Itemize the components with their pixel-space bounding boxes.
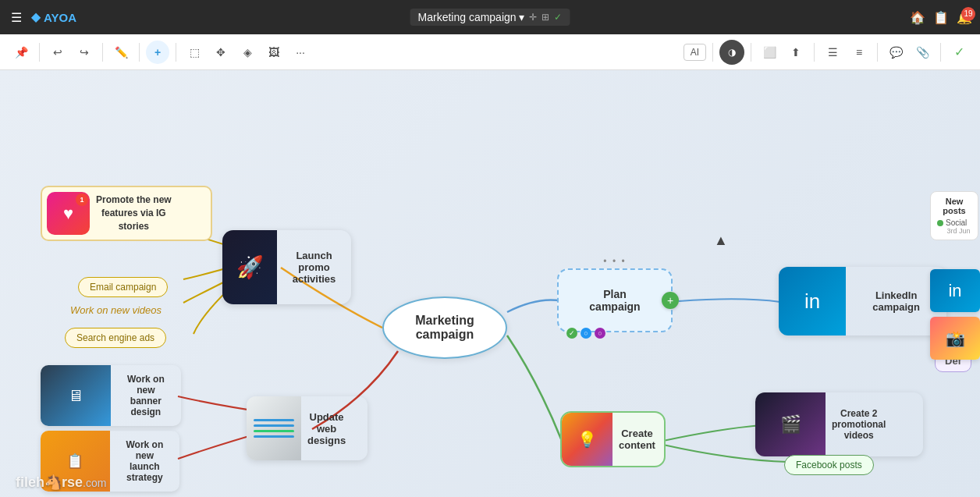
launch-promo-node[interactable]: 🚀 Launch promo activities xyxy=(222,230,351,304)
align-button[interactable]: ≡ xyxy=(847,41,871,64)
frame-button[interactable]: ⬜ xyxy=(758,41,781,64)
comment-button[interactable]: 💬 xyxy=(884,41,907,64)
update-web-node[interactable]: Update web designs xyxy=(247,396,368,460)
search-engine-ads-node[interactable]: Search engine ads xyxy=(65,328,166,348)
ai-button[interactable]: AI xyxy=(684,44,706,61)
nav-right-actions: 🏠 📋 🔔 19 xyxy=(910,10,972,25)
home-icon[interactable]: 🏠 xyxy=(910,10,925,25)
separator-4 xyxy=(176,43,176,62)
plan-campaign-node[interactable]: Plan campaign • • • + ✓ ○ ○ xyxy=(557,268,673,332)
notification-count: 19 xyxy=(961,7,975,21)
ig-badge: 1 xyxy=(76,193,88,206)
mind-map-canvas: Marketing campaign ♥ 1 Promote the new f… xyxy=(0,70,980,497)
separator-5 xyxy=(712,43,713,62)
grid-icon: ⊞ xyxy=(541,12,549,23)
more-button[interactable]: ··· xyxy=(289,41,312,64)
app-logo: ◆ AYOA xyxy=(31,10,76,24)
linkedin-thumb-2: in xyxy=(930,269,980,312)
promo-video-image: 🎬 xyxy=(755,392,826,456)
top-navigation: ☰ ◆ AYOA Marketing campaign ▾ ✛ ⊞ ✓ 🏠 📋 … xyxy=(0,0,980,34)
image-button[interactable]: 🖼 xyxy=(262,41,286,64)
menu-icon[interactable]: ☰ xyxy=(8,9,25,27)
status-dot xyxy=(937,220,943,226)
separator-6 xyxy=(751,43,751,62)
ig-heart-icon: ♥ 1 xyxy=(47,192,90,235)
social-thumb: 📸 xyxy=(930,317,980,360)
plan-checks: ✓ ○ ○ xyxy=(566,328,605,339)
redo-button[interactable]: ↪ xyxy=(73,41,96,64)
undo-button[interactable]: ↩ xyxy=(46,41,69,64)
pin-button[interactable]: 📌 xyxy=(9,41,33,64)
toolbar: 📌 ↩ ↪ ✏️ + ⬚ ✥ ◈ 🖼 ··· AI ◑ ⬜ ⬆ ☰ ≡ 💬 📎 … xyxy=(0,34,980,70)
separator-8 xyxy=(877,43,878,62)
avatar[interactable]: ◑ xyxy=(719,40,744,65)
list-icon[interactable]: 📋 xyxy=(933,10,949,25)
stamp-button[interactable]: ◈ xyxy=(236,41,259,64)
rocket-icon: 🚀 xyxy=(222,230,277,304)
linkedin-icon: in xyxy=(779,267,846,335)
check-button[interactable]: ✓ xyxy=(947,41,971,64)
plan-plus-button[interactable]: + xyxy=(662,292,679,309)
select-button[interactable]: ⬚ xyxy=(183,41,206,64)
banner-image: 🖥 xyxy=(41,365,111,426)
separator-9 xyxy=(940,43,941,62)
plan-dots: • • • xyxy=(603,256,626,267)
filehorse-watermark: fileh🐴rse.com xyxy=(16,474,106,491)
separator-1 xyxy=(39,43,40,62)
separator-3 xyxy=(139,43,140,62)
new-posts-card[interactable]: New posts Social 3rd Jun xyxy=(930,191,978,240)
create-content-node[interactable]: 💡 Create content xyxy=(560,411,666,467)
export-button[interactable]: ⬆ xyxy=(784,41,808,64)
toolbar-right: AI ◑ ⬜ ⬆ ☰ ≡ 💬 📎 ✓ xyxy=(684,40,971,65)
facebook-posts-node[interactable]: Facebook posts xyxy=(784,455,874,475)
linkedin-node[interactable]: in LinkedIn campaign xyxy=(779,267,946,335)
add-button[interactable]: + xyxy=(146,41,169,64)
videos-text-node[interactable]: Work on new videos xyxy=(70,304,162,316)
central-node[interactable]: Marketing campaign xyxy=(382,296,507,359)
create-content-image: 💡 xyxy=(562,413,612,466)
separator-7 xyxy=(814,43,815,62)
crosshair-icon: ✛ xyxy=(529,12,537,23)
check-icon: ✓ xyxy=(554,12,562,23)
ig-stories-node[interactable]: ♥ 1 Promote the new features via IG stor… xyxy=(41,186,212,241)
move-button[interactable]: ✥ xyxy=(209,41,233,64)
banner-design-node[interactable]: 🖥 Work on new banner design xyxy=(41,365,181,426)
update-image xyxy=(247,396,301,460)
attach-button[interactable]: 📎 xyxy=(911,41,934,64)
document-title[interactable]: Marketing campaign ▾ ✛ ⊞ ✓ xyxy=(410,9,570,26)
notifications-button[interactable]: 🔔 19 xyxy=(957,10,972,25)
check-3: ○ xyxy=(595,328,605,339)
list-view-button[interactable]: ☰ xyxy=(821,41,844,64)
email-campaign-node[interactable]: Email campaign xyxy=(78,277,168,297)
separator-2 xyxy=(102,43,103,62)
check-2: ○ xyxy=(581,328,591,339)
pen-button[interactable]: ✏️ xyxy=(109,41,133,64)
ig-text: Promote the new features via IG stories xyxy=(96,193,172,233)
check-1: ✓ xyxy=(566,328,577,339)
promo-videos-node[interactable]: 🎬 Create 2 promotional videos xyxy=(755,392,923,456)
